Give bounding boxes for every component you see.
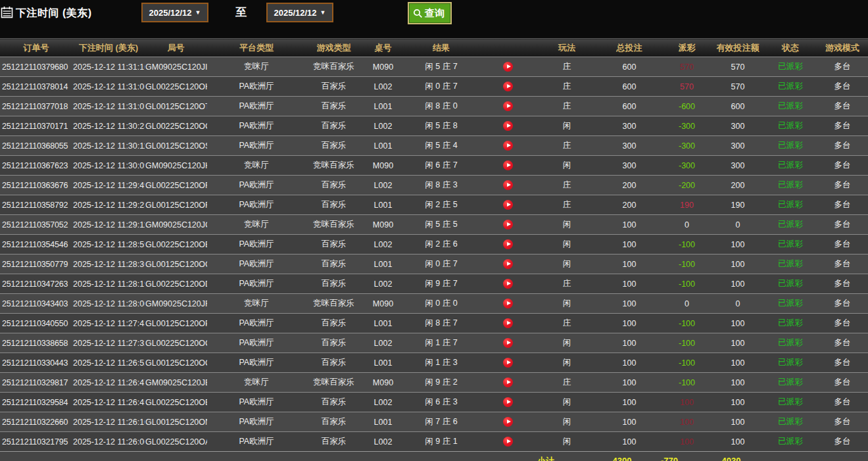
cell-round-id: GM09025C120JG	[145, 215, 207, 235]
cell-valid-bet: 0	[711, 294, 764, 314]
cell-table-no: L001	[362, 195, 404, 215]
cell-payout: -100	[662, 274, 711, 294]
cell-result: 闲 5 庄 7	[404, 57, 478, 77]
cell-status: 已派彩	[764, 57, 817, 77]
column-header: 结果	[404, 39, 478, 57]
cell-round-id: GM09025C120JI	[145, 57, 207, 77]
cell-table-no: M090	[362, 294, 404, 314]
play-video-icon[interactable]	[503, 279, 513, 289]
cell-total-bet: 100	[596, 432, 662, 452]
cell-status: 已派彩	[764, 156, 817, 176]
cell-status: 已派彩	[764, 432, 817, 452]
cell-game-type: 竞咪百家乐	[306, 373, 362, 393]
subtotal-valid-bet: 4030	[701, 452, 761, 461]
cell-video	[478, 97, 537, 116]
play-video-icon[interactable]	[503, 377, 513, 387]
cell-platform: PA欧洲厅	[207, 176, 306, 195]
cell-payout: 190	[662, 195, 711, 215]
cell-bet-on: 闲	[537, 156, 596, 176]
play-video-icon[interactable]	[503, 220, 513, 230]
cell-status: 已派彩	[764, 353, 817, 373]
cell-payout: 0	[662, 294, 711, 314]
cell-bet-on: 闲	[537, 116, 596, 136]
cell-bet-time: 2025-12-12 11:26:47	[72, 373, 145, 393]
play-video-icon[interactable]	[503, 62, 513, 72]
cell-table-no: L001	[362, 136, 404, 156]
cell-game-type: 百家乐	[306, 412, 362, 432]
cell-round-id: GL00225C120OH	[145, 77, 207, 97]
cell-game-type: 百家乐	[306, 314, 362, 333]
cell-game-type: 百家乐	[306, 235, 362, 255]
cell-game-mode: 多台	[817, 57, 868, 77]
cell-status: 已派彩	[764, 136, 817, 156]
cell-valid-bet: 300	[711, 136, 764, 156]
cell-payout: -300	[662, 136, 711, 156]
cell-order-id: 251212110330443	[0, 353, 72, 373]
cell-platform: PA欧洲厅	[207, 195, 306, 215]
cell-valid-bet: 100	[711, 393, 764, 412]
cell-total-bet: 100	[596, 353, 662, 373]
cell-payout: 100	[662, 412, 711, 432]
play-video-icon[interactable]	[503, 101, 513, 111]
cell-game-mode: 多台	[817, 136, 868, 156]
cell-video	[478, 235, 537, 255]
cell-total-bet: 100	[596, 215, 662, 235]
cell-status: 已派彩	[764, 77, 817, 97]
cell-round-id: GL00125C120OT	[145, 97, 207, 116]
play-video-icon[interactable]	[503, 299, 513, 308]
date-from-select[interactable]: 2025/12/12 ▼	[141, 3, 208, 22]
play-video-icon[interactable]	[503, 239, 513, 249]
cell-status: 已派彩	[764, 97, 817, 116]
cell-order-id: 251212110363676	[0, 176, 72, 195]
cell-game-mode: 多台	[817, 353, 868, 373]
cell-platform: 竞咪厅	[207, 57, 306, 77]
cell-bet-on: 闲	[537, 215, 596, 235]
cell-table-no: L001	[362, 412, 404, 432]
table-row: 2512121103434032025-12-12 11:28:00GM0902…	[0, 294, 868, 314]
cell-payout: 570	[662, 77, 711, 97]
play-video-icon[interactable]	[503, 160, 513, 170]
play-video-icon[interactable]	[503, 200, 513, 210]
cell-video	[478, 176, 537, 195]
cell-bet-on: 庄	[537, 274, 596, 294]
cell-game-mode: 多台	[817, 195, 868, 215]
date-to-value: 2025/12/12	[274, 8, 317, 18]
cell-game-mode: 多台	[817, 333, 868, 353]
cell-bet-on: 闲	[537, 432, 596, 452]
cell-game-mode: 多台	[817, 116, 868, 136]
cell-bet-time: 2025-12-12 11:27:43	[72, 314, 145, 333]
play-video-icon[interactable]	[503, 437, 513, 447]
cell-game-type: 竞咪百家乐	[306, 215, 362, 235]
cell-total-bet: 100	[596, 333, 662, 353]
cell-result: 闲 0 庄 0	[404, 294, 478, 314]
cell-total-bet: 100	[596, 373, 662, 393]
search-button[interactable]: 查询	[408, 2, 452, 24]
cell-game-type: 竞咪百家乐	[306, 156, 362, 176]
cell-game-type: 竞咪百家乐	[306, 57, 362, 77]
cell-order-id: 251212110343403	[0, 294, 72, 314]
play-video-icon[interactable]	[503, 318, 513, 328]
cell-payout: -200	[662, 176, 711, 195]
cell-video	[478, 136, 537, 156]
cell-total-bet: 300	[596, 136, 662, 156]
cell-table-no: L002	[362, 432, 404, 452]
play-video-icon[interactable]	[503, 358, 513, 368]
cell-status: 已派彩	[764, 176, 817, 195]
cell-platform: PA欧洲厅	[207, 235, 306, 255]
table-row: 2512121103295842025-12-12 11:26:45GL0022…	[0, 393, 868, 412]
cell-round-id: GL00125C120OO	[145, 353, 207, 373]
play-video-icon[interactable]	[503, 180, 513, 190]
play-video-icon[interactable]	[503, 82, 513, 91]
play-video-icon[interactable]	[503, 417, 513, 427]
play-video-icon[interactable]	[503, 397, 513, 407]
table-row: 2512121103701712025-12-12 11:30:23GL0022…	[0, 116, 868, 136]
cell-order-id: 251212110329584	[0, 393, 72, 412]
play-video-icon[interactable]	[503, 338, 513, 348]
play-video-icon[interactable]	[503, 121, 513, 131]
cell-total-bet: 100	[596, 274, 662, 294]
cell-round-id: GL00225C120OE	[145, 235, 207, 255]
play-video-icon[interactable]	[503, 259, 513, 269]
date-to-select[interactable]: 2025/12/12 ▼	[266, 3, 333, 22]
play-video-icon[interactable]	[503, 141, 513, 151]
cell-round-id: GL00225C120OA	[145, 432, 207, 452]
